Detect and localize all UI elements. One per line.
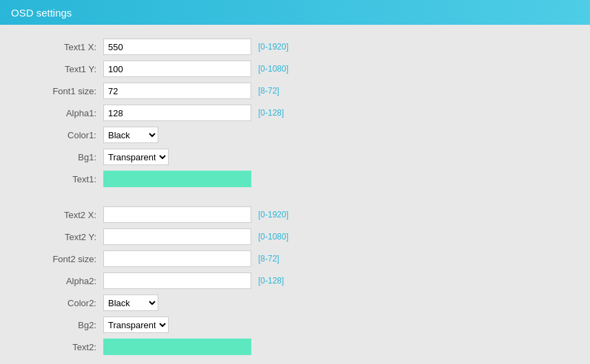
font1-size-row: Font1 size: [8-72] (28, 83, 562, 99)
text1-preview[interactable] (103, 171, 251, 187)
color2-label: Color2: (28, 298, 96, 308)
text1-x-row: Text1 X: [0-1920] (28, 39, 562, 55)
text1-preview-row: Text1: (28, 171, 562, 187)
font1-size-range: [8-72] (258, 86, 280, 96)
alpha1-input[interactable] (103, 105, 251, 121)
text1-y-label: Text1 Y: (28, 64, 96, 74)
text1-x-range: [0-1920] (258, 42, 288, 52)
title-bar: OSD settings (0, 0, 590, 25)
font1-size-label: Font1 size: (28, 86, 96, 96)
content-area: Text1 X: [0-1920] Text1 Y: [0-1080] Font… (0, 25, 590, 364)
color1-row: Color1: Black White Red Green Blue (28, 127, 562, 143)
text2-x-input[interactable] (103, 206, 251, 223)
text2-preview[interactable] (103, 339, 251, 355)
alpha1-row: Alpha1: [0-128] (28, 105, 562, 121)
text2-y-label: Text2 Y: (28, 232, 96, 242)
text2-x-label: Text2 X: (28, 210, 96, 220)
text1-x-input[interactable] (103, 39, 251, 55)
text1-preview-label: Text1: (28, 174, 96, 184)
font2-size-label: Font2 size: (28, 254, 96, 264)
text2-y-row: Text2 Y: [0-1080] (28, 228, 562, 245)
section1: Text1 X: [0-1920] Text1 Y: [0-1080] Font… (28, 39, 562, 187)
color2-row: Color2: Black White Red Green Blue (28, 295, 562, 311)
text1-y-row: Text1 Y: [0-1080] (28, 61, 562, 77)
bg2-select[interactable]: Transparent Black White (103, 317, 169, 333)
bg2-row: Bg2: Transparent Black White (28, 317, 562, 333)
text2-x-range: [0-1920] (258, 210, 288, 220)
alpha2-label: Alpha2: (28, 276, 96, 286)
bg1-select[interactable]: Transparent Black White (103, 149, 169, 165)
text2-x-row: Text2 X: [0-1920] (28, 206, 562, 223)
font2-size-row: Font2 size: [8-72] (28, 250, 562, 267)
font1-size-input[interactable] (103, 83, 251, 99)
bg1-label: Bg1: (28, 152, 96, 162)
text2-y-input[interactable] (103, 228, 251, 245)
section-divider (28, 194, 562, 206)
section2: Text2 X: [0-1920] Text2 Y: [0-1080] Font… (28, 206, 562, 355)
color2-select[interactable]: Black White Red Green Blue (103, 295, 158, 311)
bg2-label: Bg2: (28, 320, 96, 330)
text1-x-label: Text1 X: (28, 42, 96, 52)
bg1-row: Bg1: Transparent Black White (28, 149, 562, 165)
text1-y-input[interactable] (103, 61, 251, 77)
font2-size-input[interactable] (103, 250, 251, 267)
alpha2-range: [0-128] (258, 276, 284, 286)
alpha2-row: Alpha2: [0-128] (28, 272, 562, 289)
text1-y-range: [0-1080] (258, 64, 288, 74)
alpha1-range: [0-128] (258, 108, 284, 118)
alpha1-label: Alpha1: (28, 108, 96, 118)
page-title: OSD settings (11, 7, 72, 19)
color1-select[interactable]: Black White Red Green Blue (103, 127, 158, 143)
alpha2-input[interactable] (103, 272, 251, 289)
text2-preview-row: Text2: (28, 339, 562, 355)
text2-y-range: [0-1080] (258, 232, 288, 242)
font2-size-range: [8-72] (258, 254, 280, 264)
color1-label: Color1: (28, 130, 96, 140)
text2-preview-label: Text2: (28, 342, 96, 352)
